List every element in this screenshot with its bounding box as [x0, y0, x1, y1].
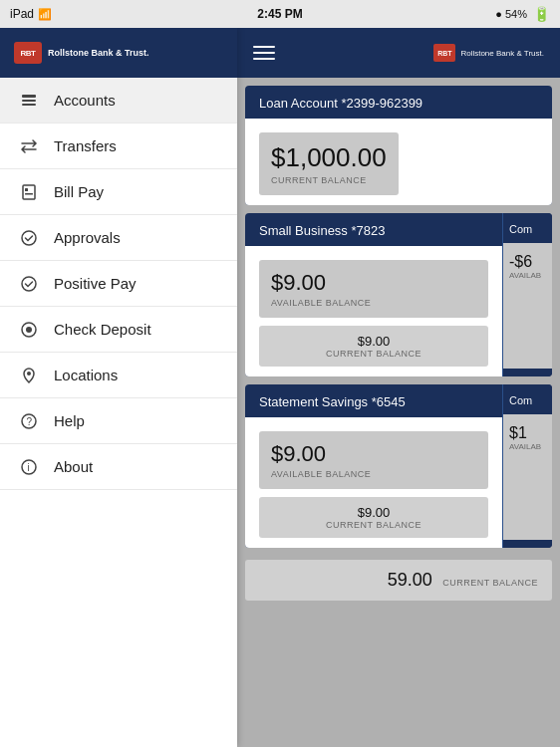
svg-rect-4 — [25, 188, 28, 191]
status-bar-left: iPad 📶 — [10, 7, 52, 21]
locations-label: Locations — [54, 367, 118, 383]
locations-icon — [18, 365, 40, 386]
statement-savings-available-label: AVAILABLE BALANCE — [271, 469, 476, 479]
battery-percent: 54% — [505, 8, 527, 20]
positive-pay-icon — [18, 273, 40, 295]
about-label: About — [54, 458, 93, 475]
loan-balance-amount: $1,000.00 — [271, 142, 387, 173]
check-deposit-label: Check Deposit — [54, 321, 151, 338]
approvals-label: Approvals — [54, 229, 121, 246]
sidebar: RBT Rollstone Bank & Trust. Accounts T — [0, 28, 237, 747]
battery-icon: ● 54% — [495, 8, 527, 20]
svg-rect-2 — [22, 104, 36, 106]
battery-visual: 🔋 — [533, 6, 550, 22]
approvals-icon — [18, 227, 40, 249]
statement-savings-available-box: $9.00 AVAILABLE BALANCE — [259, 431, 488, 489]
main-header: RBT Rollstone Bank & Trust. — [237, 28, 560, 78]
transfers-icon — [18, 135, 40, 157]
sidebar-item-bill-pay[interactable]: Bill Pay — [0, 169, 237, 215]
small-business-available-box: $9.00 AVAILABLE BALANCE — [259, 260, 488, 318]
help-icon: ? — [18, 410, 40, 432]
sidebar-item-about[interactable]: i About — [0, 444, 237, 490]
loan-balance-label: CURRENT BALANCE — [271, 175, 387, 185]
sidebar-header: RBT Rollstone Bank & Trust. — [0, 28, 237, 78]
svg-text:?: ? — [27, 416, 33, 427]
loan-account-card[interactable]: Loan Account *2399-962399 $1,000.00 CURR… — [245, 86, 552, 205]
status-bar-time: 2:45 PM — [257, 7, 302, 21]
statement-savings-title: Statement Savings *6545 — [245, 384, 502, 417]
sidebar-logo: RBT Rollstone Bank & Trust. — [14, 42, 149, 64]
sidebar-item-accounts[interactable]: Accounts — [0, 78, 237, 124]
partial-card-title-2: Com — [503, 384, 552, 414]
small-business-current-label: CURRENT BALANCE — [271, 349, 476, 359]
hamburger-button[interactable] — [253, 46, 275, 60]
header-logo-text: Rollstone Bank & Trust. — [460, 49, 544, 58]
bottom-balance-amount: 59.00 — [388, 570, 432, 590]
statement-savings-body: $9.00 AVAILABLE BALANCE $9.00 CURRENT BA… — [245, 417, 502, 548]
bill-pay-label: Bill Pay — [54, 183, 104, 200]
small-business-available-label: AVAILABLE BALANCE — [271, 298, 476, 308]
statement-savings-current-amount: $9.00 — [271, 505, 476, 520]
sidebar-item-approvals[interactable]: Approvals — [0, 215, 237, 261]
bottom-balance-label: CURRENT BALANCE — [442, 578, 538, 588]
bottom-balance-bar: 59.00 CURRENT BALANCE — [245, 560, 552, 601]
statement-savings-current-label: CURRENT BALANCE — [271, 520, 476, 530]
svg-point-10 — [27, 372, 31, 375]
header-logo-badge: RBT — [433, 44, 455, 62]
about-icon: i — [18, 456, 40, 478]
small-business-body: $9.00 AVAILABLE BALANCE $9.00 CURRENT BA… — [245, 246, 502, 376]
loan-account-title: Loan Account *2399-962399 — [245, 86, 552, 119]
accounts-icon — [18, 90, 40, 112]
transfers-label: Transfers — [54, 137, 117, 154]
partial-card-amount-1: -$6 — [509, 253, 546, 271]
svg-text:i: i — [28, 462, 30, 473]
svg-point-6 — [22, 231, 36, 245]
partial-card-label-2: AVAILAB — [509, 442, 546, 451]
main-content: RBT Rollstone Bank & Trust. Loan Account… — [237, 28, 560, 747]
help-label: Help — [54, 412, 85, 429]
sidebar-item-help[interactable]: ? Help — [0, 398, 237, 444]
status-bar: iPad 📶 2:45 PM ● 54% 🔋 — [0, 0, 560, 28]
svg-point-7 — [22, 277, 36, 291]
svg-rect-1 — [22, 100, 36, 102]
device-label: iPad — [10, 7, 34, 21]
small-business-available-amount: $9.00 — [271, 270, 476, 296]
sidebar-item-transfers[interactable]: Transfers — [0, 124, 237, 169]
loan-balance-box: $1,000.00 CURRENT BALANCE — [259, 132, 399, 195]
check-deposit-icon — [18, 319, 40, 341]
sidebar-item-check-deposit[interactable]: Check Deposit — [0, 307, 237, 353]
svg-rect-0 — [22, 95, 36, 98]
statement-savings-available-amount: $9.00 — [271, 441, 476, 467]
app-container: RBT Rollstone Bank & Trust. Accounts T — [0, 28, 560, 747]
bill-pay-icon — [18, 181, 40, 203]
positive-pay-label: Positive Pay — [54, 275, 137, 292]
accounts-label: Accounts — [54, 92, 116, 109]
small-business-current-box: $9.00 CURRENT BALANCE — [259, 326, 488, 367]
svg-rect-3 — [23, 185, 35, 199]
logo-text: Rollstone Bank & Trust. — [48, 48, 149, 59]
statement-savings-current-box: $9.00 CURRENT BALANCE — [259, 497, 488, 538]
small-business-card[interactable]: Small Business *7823 $9.00 AVAILABLE BAL… — [245, 213, 552, 376]
wifi-icon: 📶 — [38, 8, 52, 21]
svg-point-9 — [26, 327, 32, 333]
accounts-scroll[interactable]: Loan Account *2399-962399 $1,000.00 CURR… — [237, 78, 560, 747]
statement-savings-card[interactable]: Statement Savings *6545 $9.00 AVAILABLE … — [245, 384, 552, 548]
header-logo: RBT Rollstone Bank & Trust. — [433, 44, 544, 62]
partial-card-label-1: AVAILAB — [509, 271, 546, 280]
svg-rect-5 — [25, 193, 33, 195]
partial-card-amount-2: $1 — [509, 424, 546, 442]
partial-card-title-1: Com — [503, 213, 552, 243]
sidebar-item-locations[interactable]: Locations — [0, 353, 237, 398]
small-business-current-amount: $9.00 — [271, 334, 476, 349]
small-business-title: Small Business *7823 — [245, 213, 502, 246]
logo-badge: RBT — [14, 42, 42, 64]
status-bar-right: ● 54% 🔋 — [495, 6, 550, 22]
sidebar-item-positive-pay[interactable]: Positive Pay — [0, 261, 237, 307]
loan-account-body: $1,000.00 CURRENT BALANCE — [245, 119, 552, 205]
